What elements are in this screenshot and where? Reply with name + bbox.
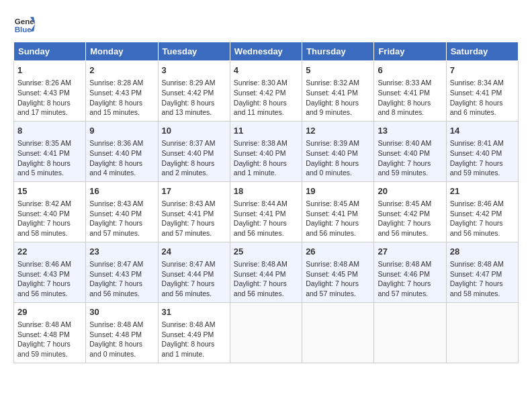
- calendar-cell: 3Sunrise: 8:29 AMSunset: 4:42 PMDaylight…: [158, 61, 230, 122]
- calendar-cell: 7Sunrise: 8:34 AMSunset: 4:41 PMDaylight…: [446, 61, 518, 122]
- day-info: Daylight: 8 hours and 11 minutes.: [234, 98, 298, 118]
- day-info: Daylight: 7 hours and 56 minutes.: [378, 218, 442, 238]
- day-number: 10: [162, 125, 226, 137]
- calendar-cell: 15Sunrise: 8:42 AMSunset: 4:40 PMDayligh…: [14, 181, 86, 242]
- day-info: Daylight: 8 hours and 5 minutes.: [17, 158, 82, 178]
- day-number: 24: [162, 246, 226, 258]
- day-info: Sunset: 4:41 PM: [450, 88, 515, 98]
- day-info: Sunset: 4:44 PM: [162, 269, 226, 279]
- calendar-cell: 2Sunrise: 8:28 AMSunset: 4:43 PMDaylight…: [86, 61, 158, 122]
- calendar-cell: 23Sunrise: 8:47 AMSunset: 4:43 PMDayligh…: [86, 242, 158, 302]
- day-info: Sunrise: 8:38 AM: [234, 138, 298, 148]
- day-info: Sunset: 4:40 PM: [234, 148, 298, 158]
- calendar-cell: 31Sunrise: 8:48 AMSunset: 4:49 PMDayligh…: [158, 302, 230, 363]
- day-info: Sunrise: 8:33 AM: [378, 78, 442, 88]
- calendar-cell: 5Sunrise: 8:32 AMSunset: 4:41 PMDaylight…: [302, 61, 374, 122]
- day-number: 29: [17, 306, 82, 318]
- calendar-cell: 25Sunrise: 8:48 AMSunset: 4:44 PMDayligh…: [230, 242, 302, 302]
- day-info: Sunrise: 8:32 AM: [306, 78, 370, 88]
- calendar-cell: 6Sunrise: 8:33 AMSunset: 4:41 PMDaylight…: [374, 61, 446, 122]
- day-info: Daylight: 7 hours and 59 minutes.: [450, 158, 515, 178]
- day-info: Sunrise: 8:48 AM: [378, 259, 442, 269]
- calendar-cell: 17Sunrise: 8:43 AMSunset: 4:41 PMDayligh…: [158, 181, 230, 242]
- day-number: 20: [378, 185, 442, 197]
- day-number: 11: [234, 125, 298, 137]
- day-info: Daylight: 8 hours and 13 minutes.: [162, 98, 226, 118]
- day-info: Sunset: 4:42 PM: [378, 209, 442, 219]
- calendar-cell: 20Sunrise: 8:45 AMSunset: 4:42 PMDayligh…: [374, 181, 446, 242]
- day-info: Sunset: 4:45 PM: [306, 269, 370, 279]
- day-info: Sunrise: 8:26 AM: [17, 78, 82, 88]
- day-info: Sunrise: 8:37 AM: [162, 138, 226, 148]
- day-number: 25: [234, 246, 298, 258]
- day-number: 30: [89, 306, 154, 318]
- day-info: Sunrise: 8:48 AM: [17, 320, 82, 330]
- calendar-cell: 11Sunrise: 8:38 AMSunset: 4:40 PMDayligh…: [230, 121, 302, 181]
- day-info: Sunrise: 8:39 AM: [306, 138, 370, 148]
- col-header-tuesday: Tuesday: [158, 42, 230, 61]
- calendar-cell: [446, 302, 518, 363]
- day-info: Sunset: 4:48 PM: [17, 330, 82, 340]
- day-info: Daylight: 7 hours and 57 minutes.: [89, 218, 154, 238]
- day-number: 9: [89, 125, 154, 137]
- col-header-sunday: Sunday: [14, 42, 86, 61]
- day-number: 5: [306, 64, 370, 77]
- calendar-cell: 19Sunrise: 8:45 AMSunset: 4:41 PMDayligh…: [302, 181, 374, 242]
- day-info: Sunset: 4:43 PM: [17, 269, 82, 279]
- calendar-cell: 10Sunrise: 8:37 AMSunset: 4:40 PMDayligh…: [158, 121, 230, 181]
- calendar-week-2: 8Sunrise: 8:35 AMSunset: 4:41 PMDaylight…: [14, 121, 519, 181]
- day-number: 12: [306, 125, 370, 137]
- calendar-cell: 21Sunrise: 8:46 AMSunset: 4:42 PMDayligh…: [446, 181, 518, 242]
- day-info: Sunset: 4:43 PM: [89, 269, 154, 279]
- header-row: SundayMondayTuesdayWednesdayThursdayFrid…: [14, 42, 519, 61]
- day-info: Sunrise: 8:45 AM: [306, 199, 370, 209]
- day-info: Daylight: 7 hours and 57 minutes.: [162, 218, 226, 238]
- day-info: Daylight: 7 hours and 56 minutes.: [17, 279, 82, 298]
- day-number: 28: [450, 246, 515, 258]
- day-number: 19: [306, 185, 370, 197]
- day-info: Daylight: 7 hours and 56 minutes.: [89, 279, 154, 298]
- day-info: Sunrise: 8:48 AM: [450, 259, 515, 269]
- day-number: 21: [450, 185, 515, 197]
- day-info: Daylight: 7 hours and 58 minutes.: [450, 279, 515, 298]
- day-info: Daylight: 7 hours and 56 minutes.: [234, 279, 298, 298]
- calendar-week-3: 15Sunrise: 8:42 AMSunset: 4:40 PMDayligh…: [14, 181, 519, 242]
- day-info: Daylight: 7 hours and 56 minutes.: [306, 218, 370, 238]
- day-info: Sunrise: 8:35 AM: [17, 138, 82, 148]
- calendar-cell: 29Sunrise: 8:48 AMSunset: 4:48 PMDayligh…: [14, 302, 86, 363]
- day-info: Daylight: 8 hours and 17 minutes.: [17, 98, 82, 118]
- day-info: Sunset: 4:43 PM: [17, 88, 82, 98]
- day-info: Daylight: 7 hours and 59 minutes.: [17, 339, 82, 359]
- day-info: Sunrise: 8:28 AM: [89, 78, 154, 88]
- day-number: 23: [89, 246, 154, 258]
- calendar-cell: 9Sunrise: 8:36 AMSunset: 4:40 PMDaylight…: [86, 121, 158, 181]
- day-info: Daylight: 8 hours and 1 minute.: [162, 339, 226, 359]
- day-info: Daylight: 8 hours and 4 minutes.: [89, 158, 154, 178]
- col-header-friday: Friday: [374, 42, 446, 61]
- day-info: Sunrise: 8:48 AM: [89, 320, 154, 330]
- calendar-week-1: 1Sunrise: 8:26 AMSunset: 4:43 PMDaylight…: [14, 61, 519, 122]
- day-info: Sunset: 4:40 PM: [450, 148, 515, 158]
- calendar-cell: 18Sunrise: 8:44 AMSunset: 4:41 PMDayligh…: [230, 181, 302, 242]
- day-info: Sunset: 4:41 PM: [17, 148, 82, 158]
- day-info: Sunrise: 8:44 AM: [234, 199, 298, 209]
- calendar-cell: [302, 302, 374, 363]
- day-info: Sunset: 4:48 PM: [89, 330, 154, 340]
- day-info: Sunrise: 8:41 AM: [450, 138, 515, 148]
- day-info: Sunset: 4:40 PM: [378, 148, 442, 158]
- calendar-header: SundayMondayTuesdayWednesdayThursdayFrid…: [14, 42, 519, 61]
- calendar-cell: 14Sunrise: 8:41 AMSunset: 4:40 PMDayligh…: [446, 121, 518, 181]
- day-number: 31: [162, 306, 226, 318]
- calendar-cell: 1Sunrise: 8:26 AMSunset: 4:43 PMDaylight…: [14, 61, 86, 122]
- day-info: Sunset: 4:46 PM: [378, 269, 442, 279]
- day-info: Sunrise: 8:46 AM: [450, 199, 515, 209]
- day-number: 3: [162, 64, 226, 77]
- day-info: Sunrise: 8:43 AM: [89, 199, 154, 209]
- day-number: 16: [89, 185, 154, 197]
- calendar-cell: 24Sunrise: 8:47 AMSunset: 4:44 PMDayligh…: [158, 242, 230, 302]
- day-info: Sunset: 4:40 PM: [89, 209, 154, 219]
- calendar-cell: 4Sunrise: 8:30 AMSunset: 4:42 PMDaylight…: [230, 61, 302, 122]
- logo: General Blue: [13, 13, 38, 35]
- calendar-week-5: 29Sunrise: 8:48 AMSunset: 4:48 PMDayligh…: [14, 302, 519, 363]
- day-info: Sunrise: 8:47 AM: [162, 259, 226, 269]
